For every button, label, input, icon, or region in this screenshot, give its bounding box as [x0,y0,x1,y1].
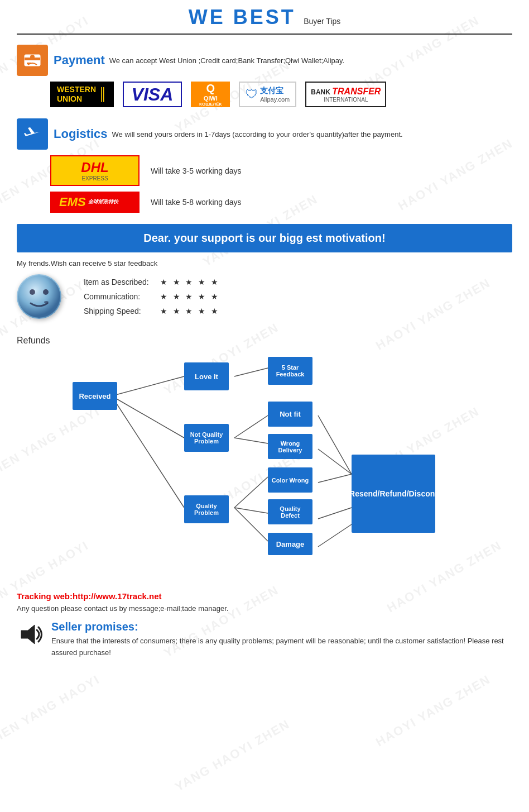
svg-line-19 [318,474,352,483]
damage-box: Damage [268,533,312,555]
qiwi-logo: Q QIWI КОШЕЛЁК [191,82,230,107]
payment-icon [17,45,48,76]
svg-point-5 [30,289,35,295]
ems-logo: EMS 全球邮政特快 [50,192,140,213]
not-quality-box: Not Quality Problem [184,424,229,452]
page-title: WE BEST [189,6,296,28]
star-section: Item as Described: ★ ★ ★ ★ ★ Communicati… [17,274,512,319]
ems-row: EMS 全球邮政特快 Will take 5-8 working days [50,192,512,213]
refunds-label: Refunds [17,336,512,346]
tracking-link[interactable]: Tracking web:http://www.17track.net [17,591,512,601]
rating-stars-2: ★ ★ ★ ★ ★ [155,289,226,304]
logistics-text: We will send yours orders in 1-7days (ac… [112,130,403,138]
svg-line-15 [234,508,268,513]
svg-line-21 [318,524,352,547]
payment-text: We can accept West Union ;Credit card;Ba… [109,56,344,65]
payment-label: Payment [54,53,105,68]
logistics-header: Logistics We will send yours orders in 1… [17,118,512,150]
svg-line-11 [234,368,268,376]
rating-row-1: Item as Described: ★ ★ ★ ★ ★ [78,275,225,289]
speaker-icon [17,620,45,648]
logistics-section: Logistics We will send yours orders in 1… [17,118,512,213]
svg-marker-22 [21,625,35,644]
payment-logos: WESTERNUNION ║ VISA Q QIWI КОШЕЛЁК 🛡 支付宝… [50,82,512,107]
promises-body: Ensure that the interests of consumers; … [51,636,512,659]
seller-promises: Seller promises: Ensure that the interes… [17,620,512,659]
flow-diagram: Received Love it 5 Star Feedback Not Qua… [17,351,512,575]
svg-line-14 [234,477,268,508]
svg-line-13 [234,438,268,443]
svg-point-7 [44,301,49,303]
rating-stars-3: ★ ★ ★ ★ ★ [155,304,226,318]
rating-row-2: Communication: ★ ★ ★ ★ ★ [78,289,225,304]
svg-point-6 [43,289,49,295]
received-box: Received [73,382,117,410]
color-wrong-box: Color Wrong [268,467,312,493]
page-content: WE BEST Buyer Tips Payment We can accept… [0,0,529,676]
five-star-box: 5 Star Feedback [268,357,312,385]
svg-line-17 [318,415,352,474]
svg-point-4 [18,275,60,318]
resend-box: Resend/Refund/Discont [352,455,435,533]
rating-label-1: Item as Described: [78,275,155,289]
wrong-delivery-box: Wrong Delivery [268,434,312,459]
svg-line-12 [234,415,268,438]
promises-text: Seller promises: Ensure that the interes… [51,620,512,659]
quality-defect-box: Quality Defect [268,499,312,524]
feedback-banner: Dear. your support is our bigg est motiv… [17,224,512,252]
love-it-box: Love it [184,362,229,390]
quality-problem-box: Quality Problem [184,495,229,523]
svg-line-9 [112,396,184,438]
feedback-face [17,274,61,319]
not-fit-box: Not fit [268,402,312,427]
bank-transfer-logo: BANK TRANSFER INTERNATIONAL [305,82,386,107]
svg-line-16 [234,508,268,541]
tracking-contact: Any question please contact us by messag… [17,604,512,613]
logistics-icon [17,118,48,150]
ratings-table: Item as Described: ★ ★ ★ ★ ★ Communicati… [78,275,225,318]
page-header: WE BEST Buyer Tips [17,6,512,35]
rating-row-3: Shipping Speed: ★ ★ ★ ★ ★ [78,304,225,318]
dhl-logo: DHL EXPRESS [50,155,140,186]
rating-label-3: Shipping Speed: [78,304,155,318]
svg-point-3 [30,55,35,59]
promises-title: Seller promises: [51,620,512,633]
tracking-section: Tracking web:http://www.17track.net Any … [17,591,512,659]
svg-line-8 [112,376,184,396]
svg-line-18 [318,449,352,474]
feedback-subtext: My frends.Wish can receive 5 star feedba… [17,259,512,268]
rating-label-2: Communication: [78,289,155,304]
refunds-section: Refunds [17,336,512,575]
payment-section: Payment We can accept West Union ;Credit… [17,45,512,107]
western-union-logo: WESTERNUNION ║ [50,82,114,107]
payment-header: Payment We can accept West Union ;Credit… [17,45,512,76]
visa-logo: VISA [123,82,182,107]
svg-line-10 [112,396,184,508]
page-subtitle: Buyer Tips [304,17,340,26]
svg-line-20 [318,508,352,519]
ems-days: Will take 5-8 working days [151,198,242,207]
alipay-logo: 🛡 支付宝 Alipay.com [239,82,296,107]
rating-stars-1: ★ ★ ★ ★ ★ [155,275,226,289]
logistics-label: Logistics [54,127,108,141]
dhl-days: Will take 3-5 working days [151,166,242,175]
dhl-row: DHL EXPRESS Will take 3-5 working days [50,155,512,186]
